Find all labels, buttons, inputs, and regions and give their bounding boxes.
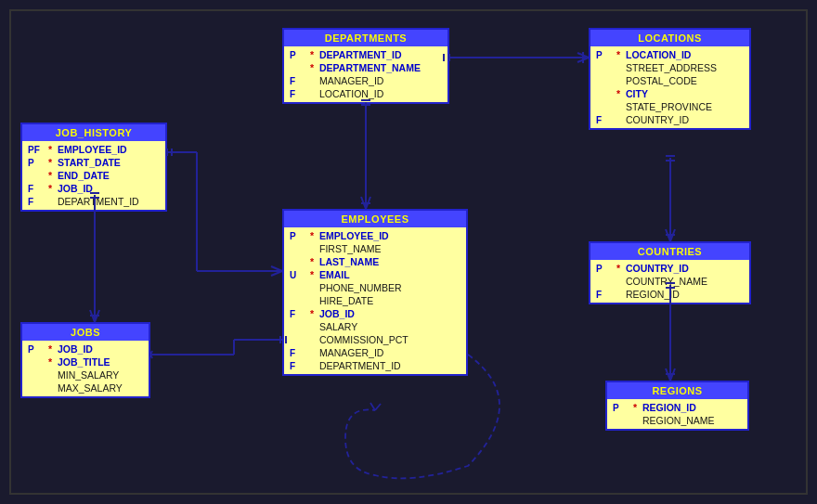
col-name: EMPLOYEE_ID: [58, 144, 127, 155]
table-row: * MAX_SALARY: [26, 381, 145, 394]
table-header-job-history: JOB_HISTORY: [22, 124, 165, 141]
col-star: *: [48, 183, 56, 194]
col-name: FIRST_NAME: [319, 243, 382, 254]
table-row: * HIRE_DATE: [288, 294, 462, 307]
col-name: MANAGER_ID: [319, 75, 383, 86]
col-name: EMPLOYEE_ID: [319, 230, 389, 241]
col-star: *: [48, 343, 56, 355]
col-name: REGION_ID: [626, 289, 680, 300]
col-pf: P: [596, 264, 616, 274]
col-star: *: [48, 144, 56, 155]
svg-line-26: [666, 229, 670, 241]
table-jobs: JOBS P * JOB_ID * JOB_TITLE * MIN_SALARY…: [20, 322, 150, 398]
col-name: END_DATE: [58, 170, 110, 181]
table-body-locations: P * LOCATION_ID * STREET_ADDRESS * POSTA…: [590, 46, 749, 128]
col-pf: PF: [28, 145, 48, 155]
table-row: F * LOCATION_ID: [288, 87, 444, 100]
col-pf: P: [596, 50, 616, 60]
svg-line-7: [271, 266, 282, 271]
table-row: * DEPARTMENT_NAME: [288, 61, 444, 74]
table-job-history: JOB_HISTORY PF * EMPLOYEE_ID P * START_D…: [20, 123, 167, 212]
table-row: P * EMPLOYEE_ID: [288, 229, 462, 242]
col-star: *: [310, 308, 318, 319]
col-name: LAST_NAME: [319, 256, 379, 267]
col-star: *: [310, 49, 318, 60]
col-pf: P: [290, 231, 310, 241]
col-star: *: [310, 62, 318, 73]
col-name: MAX_SALARY: [58, 382, 123, 394]
col-star: *: [310, 269, 318, 280]
col-name: JOB_TITLE: [58, 356, 110, 368]
table-body-regions: P * REGION_ID * REGION_NAME: [607, 399, 747, 429]
table-locations: LOCATIONS P * LOCATION_ID * STREET_ADDRE…: [589, 28, 751, 130]
col-star: *: [310, 256, 318, 267]
col-star: *: [310, 230, 318, 241]
table-header-employees: EMPLOYEES: [284, 211, 466, 227]
svg-line-38: [90, 310, 95, 322]
col-name: SALARY: [319, 321, 357, 332]
table-countries: COUNTRIES P * COUNTRY_ID * COUNTRY_NAME …: [589, 241, 751, 304]
table-row: F * REGION_ID: [594, 288, 746, 301]
table-header-jobs: JOBS: [22, 324, 149, 341]
table-row: * REGION_NAME: [611, 414, 744, 427]
svg-line-27: [670, 229, 675, 241]
col-pf: F: [28, 184, 48, 194]
table-row: * COUNTRY_NAME: [594, 275, 746, 288]
col-name: REGION_NAME: [642, 415, 715, 426]
table-row: P * START_DATE: [26, 156, 162, 169]
table-row: P * JOB_ID: [26, 342, 145, 355]
table-row: * LAST_NAME: [288, 255, 462, 268]
col-pf: P: [613, 403, 633, 413]
col-star: *: [48, 356, 56, 368]
table-row: F * JOB_ID: [288, 307, 462, 320]
table-row: P * DEPARTMENT_ID: [288, 48, 444, 61]
col-name: COUNTRY_ID: [626, 114, 689, 125]
table-row: P * COUNTRY_ID: [594, 262, 746, 275]
col-pf: U: [290, 270, 310, 280]
table-body-jobs: P * JOB_ID * JOB_TITLE * MIN_SALARY * MA…: [22, 341, 149, 396]
table-row: F * JOB_ID: [26, 182, 162, 195]
col-name: JOB_ID: [58, 343, 93, 355]
svg-line-19: [366, 197, 370, 209]
table-row: * MIN_SALARY: [26, 368, 145, 381]
col-star: *: [616, 88, 624, 99]
col-name: JOB_ID: [319, 308, 355, 319]
svg-line-18: [361, 197, 366, 209]
table-header-countries: COUNTRIES: [590, 243, 749, 260]
col-pf: F: [290, 309, 310, 319]
col-name: DEPARTMENT_ID: [319, 49, 401, 60]
col-name: LOCATION_ID: [626, 49, 691, 60]
table-row: F * MANAGER_ID: [288, 74, 444, 87]
col-name: LOCATION_ID: [319, 88, 383, 99]
svg-line-12: [577, 53, 589, 58]
col-star: *: [616, 263, 624, 274]
table-row: F * DEPARTMENT_ID: [288, 359, 462, 372]
svg-line-39: [95, 310, 99, 322]
col-name: DEPARTMENT_NAME: [319, 62, 421, 73]
col-pf: F: [290, 76, 310, 86]
table-row: F * MANAGER_ID: [288, 346, 462, 359]
table-body-departments: P * DEPARTMENT_ID * DEPARTMENT_NAME F * …: [284, 46, 447, 102]
table-row: F * COUNTRY_ID: [594, 113, 746, 126]
col-name: DEPARTMENT_ID: [58, 196, 139, 207]
svg-line-47: [150, 355, 152, 358]
col-name: COUNTRY_ID: [626, 263, 689, 274]
table-row: * POSTAL_CODE: [594, 74, 746, 87]
table-row: * FIRST_NAME: [288, 242, 462, 255]
col-name: MANAGER_ID: [319, 347, 383, 358]
svg-line-8: [271, 271, 282, 276]
col-name: HIRE_DATE: [319, 295, 373, 306]
col-pf: P: [290, 50, 310, 60]
col-pf: F: [290, 348, 310, 358]
table-body-employees: P * EMPLOYEE_ID * FIRST_NAME * LAST_NAME…: [284, 227, 466, 374]
col-pf: F: [290, 361, 310, 371]
col-name: DEPARTMENT_ID: [319, 360, 401, 371]
table-row: * STATE_PROVINCE: [594, 100, 746, 113]
svg-line-13: [577, 58, 589, 62]
col-pf: P: [28, 158, 48, 168]
col-name: JOB_ID: [58, 183, 93, 194]
table-body-job-history: PF * EMPLOYEE_ID P * START_DATE * END_DA…: [22, 141, 165, 210]
table-row: * STREET_ADDRESS: [594, 61, 746, 74]
col-star: *: [48, 157, 56, 168]
col-name: STATE_PROVINCE: [626, 101, 712, 112]
